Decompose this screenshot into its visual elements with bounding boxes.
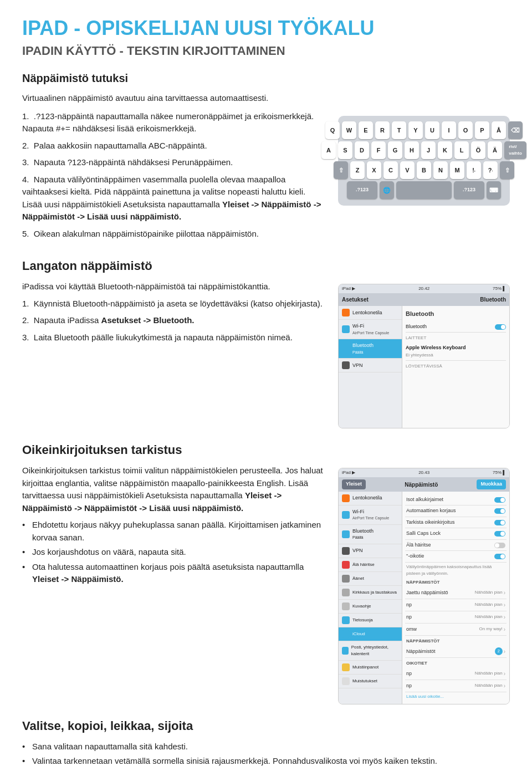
kbd-key-excl: !, — [467, 161, 481, 179]
ipad2-wifi-value: AirPort Time Capsule — [352, 515, 389, 522]
kbd-row-3: ⇧ Z X C V B N M !, ?. ⇧ — [342, 161, 505, 179]
wireless-step-1: 1. Käynnistä Bluetooth-näppäimistö ja as… — [22, 298, 325, 310]
ipad2-sidebar-privacy: Tietosuoja — [339, 614, 402, 627]
ipad2-sounds-icon — [342, 575, 350, 583]
bt-device-row: Apple Wireless Keyboard Ei yhteydessä — [406, 343, 506, 361]
ipad2-remind-icon — [342, 677, 350, 685]
sidebar-bluetooth: Bluetooth Päällä — [339, 339, 402, 359]
kbd-setting-omw: omw On my way! › — [405, 624, 507, 636]
kbd-key-c: C — [383, 161, 398, 179]
spellcheck-heading: Oikeinkirjoituksen tarkistus — [22, 441, 510, 459]
arrow-icon-3: › — [504, 613, 505, 621]
setting-spellcheck: Tarkista oikeinkirjoitus — [405, 517, 507, 529]
kbd-section-title: Näppäimistöt — [405, 577, 507, 587]
kbd-key-num-left: .?123 — [347, 181, 377, 199]
setting-spellcheck-toggle — [494, 520, 505, 525]
kbd-key-space — [396, 181, 452, 199]
ipad-bluetooth-title: Bluetooth — [480, 295, 506, 304]
ipad2-bt-icon — [342, 530, 350, 538]
ipad2-sidebar-icloud: iCloud — [339, 627, 402, 641]
add-shortcut-link[interactable]: Lisää uusi oikotie... — [405, 692, 507, 701]
ipad2-notif-icon — [342, 561, 350, 569]
settings-sub-text: Välilyöntinäppäimen kaksoisnapauttus lis… — [405, 563, 507, 577]
kbd-key-t: T — [392, 121, 406, 139]
kbd-key-p: P — [475, 121, 489, 139]
ipad-header: Asetukset Bluetooth — [339, 293, 509, 306]
kbd-row-1: Q W E R T Y U I O P Å ⌫ — [342, 121, 505, 139]
virtual-keyboard: Q W E R T Y U I O P Å ⌫ A S D — [338, 116, 510, 206]
kbd-key-n: N — [433, 161, 448, 179]
kbd-key-j: J — [421, 141, 436, 159]
kbd-key-backspace: ⌫ — [508, 121, 523, 139]
kbd-key-r: R — [375, 121, 390, 139]
section-keyboard: Näppäimistö tutuksi Virtuaalinen näppäim… — [22, 70, 510, 244]
kbd-key-d: D — [355, 141, 369, 159]
ipad2-sounds-label: Äänet — [352, 575, 364, 582]
bt-devices-label: Laitteet — [406, 335, 506, 341]
ipad2-vpn-label: VPN — [352, 547, 363, 555]
kbd-np1-label: np — [406, 601, 412, 609]
kbd-key-k: K — [438, 141, 452, 159]
keyboard-section-heading: Näppäimistö tutuksi — [22, 70, 510, 86]
kbd-key-a: A — [321, 141, 336, 159]
ipad-bluetooth-mockup: iPad ▶ 20.42 75% ▌ Asetukset Bluetooth L… — [338, 284, 510, 428]
sidebar-bluetooth-label: Bluetooth — [352, 342, 374, 350]
kbd-setting-split-val: Nähdään pian › — [475, 589, 505, 597]
arrow-icon: › — [504, 589, 505, 597]
bt-device-info: Apple Wireless Keyboard Ei yhteydessä — [406, 344, 466, 359]
ipad2-bright-icon — [342, 589, 350, 596]
kbd-key-f: F — [371, 141, 386, 159]
ipad2-sidebar-reminders: Muistutukset — [339, 675, 402, 688]
setting-dnd-toggle — [494, 543, 505, 548]
sidebar-wifi-value: AirPort Time Capsule — [352, 330, 389, 336]
ipad2-airplane-label: Lentokonetila — [352, 494, 382, 502]
kbd-setting-np1: np Nähdään pian › — [405, 599, 507, 611]
ipad2-airplane-icon — [342, 494, 350, 502]
section-spellcheck: Oikeinkirjoituksen tarkistus Oikeinkirjo… — [22, 441, 510, 704]
ipad-sidebar: Lentokonetila Wi-Fi AirPort Time Capsule — [339, 306, 402, 428]
ipad2-sidebar: Lentokonetila Wi-Fi AirPort Time Capsule — [339, 492, 402, 704]
setting-capslock-label: Salli Caps Lock — [406, 530, 494, 538]
setting-capslock-toggle — [494, 531, 505, 537]
ipad2-sidebar-wallpaper: Kuvaohje — [339, 600, 402, 614]
shortcuts-section-title: Oikotiet — [405, 658, 507, 668]
kbd-shortcut-np2-val: Nähdään pian › — [475, 682, 505, 690]
statusbar-time: 20.42 — [418, 285, 429, 292]
bt-toggle-label: Bluetooth — [406, 323, 427, 331]
bluetooth-icon — [342, 345, 350, 353]
select-bullet-1: Sana valitaan napauttamalla sitä kahdest… — [22, 741, 510, 753]
arrow-icon-4: › — [504, 625, 505, 634]
kbd-setting-split-label: Jaettu näppäimistö — [406, 589, 448, 597]
ipad2-sidebar-notes: Muistiinpanot — [339, 661, 402, 675]
setting-autocorrect-toggle — [494, 508, 505, 514]
kbd-key-w: W — [342, 121, 356, 139]
bt-found-label: Löydettävissä — [406, 363, 506, 370]
kbd-key-l: L — [454, 141, 469, 159]
ipad2-statusbar: iPad ▶ 20.43 75% ▌ — [339, 468, 509, 477]
setting-donotdisturb: Älä häiritse — [405, 540, 507, 551]
spellcheck-text-col: Oikeinkirjoituksen tarkistus toimii vali… — [22, 464, 325, 704]
kbd-row-2: A S D F G H J K L Ö Ä rivi/vaihto — [342, 141, 505, 159]
page-title-sub: iPADIN KÄYTTÖ - TEKSTIN KIRJOITTAMINEN — [22, 42, 510, 60]
ipad2-bt-value: Päällä — [352, 535, 374, 541]
kbd-key-z: Z — [350, 161, 365, 179]
sidebar-wifi-label: Wi-Fi — [352, 323, 389, 330]
kbd-count-row: Näppäimistöt 2 › — [405, 646, 507, 658]
setting-autocorrect-label: Automaattinen korjaus — [406, 507, 494, 515]
spellcheck-para-1: Oikeinkirjoituksen tarkistus toimii vali… — [22, 464, 325, 514]
kbd-key-g: G — [388, 141, 402, 159]
keyboard-steps-col: 1. .?123-näppäintä napauttamalla näkee n… — [22, 110, 325, 245]
spellcheck-bullets: Ehdotettu korjaus näkyy puhekuplassa san… — [22, 519, 325, 586]
spellcheck-bullet-3: Ota halutessa automaattinen korjaus pois… — [22, 561, 325, 586]
ipad2-wallpaper-label: Kuvaohje — [352, 603, 371, 610]
setting-capslock: Salli Caps Lock — [405, 528, 507, 540]
sidebar-bluetooth-value: Päällä — [352, 350, 374, 356]
wireless-ipad-col: iPad ▶ 20.42 75% ▌ Asetukset Bluetooth L… — [338, 280, 510, 428]
kbd-key-u: U — [425, 121, 439, 139]
ipad2-privacy-icon — [342, 616, 350, 624]
kbd-key-shift-left: ⇧ — [334, 161, 348, 179]
ipad-kbd-settings-mockup: iPad ▶ 20.43 75% ▌ Yleiset Näppäimistö M… — [338, 468, 510, 704]
wireless-steps-col: iPadissa voi käyttää Bluetooth-näppäimis… — [22, 280, 325, 428]
kbd-count-badge: 2 — [495, 647, 503, 655]
kbd-key-o: O — [458, 121, 473, 139]
